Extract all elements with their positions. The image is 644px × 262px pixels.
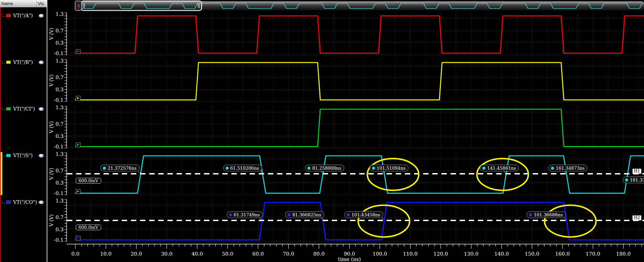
grid-vertical	[75, 13, 639, 55]
signal-name-label: VT("/A")	[13, 13, 33, 18]
y-tick-label: -0.1	[50, 50, 64, 56]
marker-tooltip[interactable]: 141.45861ns	[480, 165, 519, 171]
signal-sidebar: Name Vis VT("/A")VT("/B")VT("/CI")VT("/S…	[0, 0, 47, 262]
grid-horizontal	[67, 66, 644, 101]
scrollbar-track[interactable]	[75, 1, 644, 10]
visibility-eye-icon[interactable]	[39, 154, 44, 158]
co-marker-dot	[229, 213, 232, 216]
sidebar-item-a[interactable]: VT("/A")	[1, 13, 46, 19]
y-tick-label: 0.3	[50, 180, 64, 186]
signal-color-swatch	[6, 154, 11, 157]
x-tick-label: 150.0	[523, 251, 542, 257]
y-tick-label: 1.3	[50, 151, 64, 157]
vis-column-header: Vis	[38, 1, 44, 6]
marker-tooltip[interactable]: 161.36688ns	[527, 211, 566, 218]
visibility-eye-icon[interactable]	[39, 107, 44, 111]
marker-time-label: 21.372576ns	[108, 166, 136, 171]
marker-tooltip[interactable]: 101.43458ns	[344, 211, 383, 218]
x-tick-label: 140.0	[492, 251, 511, 257]
y-tick-label: -0.1	[50, 97, 64, 103]
ruler-handle-H1[interactable]: H1	[632, 169, 641, 174]
tree-elbow-icon	[2, 14, 5, 17]
x-tick-label: 70.0	[279, 251, 298, 257]
trace-B	[75, 63, 644, 100]
x-tick-label: 100.0	[370, 251, 389, 257]
s-marker-dot	[226, 167, 229, 170]
y-tick-label: -0.1	[50, 237, 64, 243]
marker-tooltip[interactable]: 61.510206ns	[223, 165, 262, 171]
y-axis-ticks	[65, 153, 67, 195]
ruler-handle-H2[interactable]: H2	[632, 215, 641, 220]
sidebar-item-ci[interactable]: VT("/CI")	[1, 106, 46, 112]
x-tick-label: 130.0	[462, 251, 481, 257]
signal-color-swatch	[6, 107, 11, 111]
y-tick-label: 1.3	[50, 198, 64, 204]
x-axis-title: time (ns)	[332, 256, 366, 262]
y-axis-ticks	[65, 59, 67, 101]
marker-tooltip[interactable]: 161.34873ns	[549, 165, 588, 171]
signal-color-swatch	[6, 14, 11, 17]
grid-horizontal	[67, 19, 644, 55]
signal-color-swatch	[6, 61, 11, 64]
signal-name-label: VT("/CI")	[13, 106, 35, 112]
marker-tail	[382, 218, 384, 220]
ruler-level-label: 600.0mV	[76, 224, 101, 230]
x-tick-label: 80.0	[309, 251, 328, 257]
y-axis-title: V (V)	[49, 214, 54, 227]
sidebar-item-co[interactable]: VT("/CO")	[1, 199, 46, 205]
s-marker-dot	[482, 167, 485, 170]
visibility-eye-icon[interactable]	[39, 14, 44, 18]
marker-time-label: 81.366825ns	[292, 212, 321, 217]
s-marker-dot	[625, 178, 628, 182]
y-axis-ticks	[65, 199, 67, 241]
visibility-eye-icon[interactable]	[39, 200, 44, 204]
marker-time-label: 141.45861ns	[487, 166, 516, 171]
x-axis-ticks	[75, 244, 642, 249]
grid-vertical	[75, 106, 639, 148]
sidebar-plot-separator[interactable]	[47, 0, 47, 262]
x-tick-label: 120.0	[431, 251, 450, 257]
y-axis-title: V (V)	[49, 28, 54, 40]
x-tick-label: 20.0	[127, 251, 146, 257]
tree-elbow-icon	[2, 153, 5, 157]
marker-time-label: 61.510206ns	[230, 166, 259, 171]
trace-A	[75, 16, 644, 53]
marker-tooltip[interactable]: 61.31749ns	[227, 211, 263, 218]
co-marker-dot	[529, 213, 532, 216]
x-tick-label: 30.0	[157, 251, 176, 257]
marker-tooltip[interactable]: 101.51094ns	[370, 165, 409, 171]
marker-tooltip[interactable]: 81.258008ns	[305, 165, 344, 171]
x-tick-label: 50.0	[218, 251, 237, 257]
grid-horizontal	[67, 206, 644, 241]
x-tick-label: 60.0	[249, 251, 268, 257]
signal-color-swatch	[6, 200, 11, 204]
y-tick-label: 1.3	[50, 58, 64, 64]
y-tick-label: 1.3	[50, 104, 64, 111]
marker-tooltip[interactable]: 81.366825ns	[285, 211, 324, 218]
ruler-level-label: 600.0mV	[76, 178, 101, 184]
marker-time-label: 161.34873ns	[556, 166, 584, 171]
sidebar-item-b[interactable]: VT("/B")	[1, 59, 46, 65]
x-tick-label: 180.0	[614, 251, 633, 257]
sidebar-item-s[interactable]: VT("/S")	[1, 152, 46, 159]
tree-elbow-icon	[2, 107, 5, 110]
plot-graphics-svg	[0, 0, 644, 262]
signal-name-label: VT("/CO")	[13, 199, 37, 205]
trace-S	[75, 156, 644, 193]
marker-time-label: 181.371	[630, 177, 644, 183]
x-tick-label: 10.0	[96, 251, 115, 257]
tree-elbow-icon	[2, 60, 5, 63]
x-tick-label: 160.0	[553, 251, 572, 257]
y-tick-label: -0.1	[50, 144, 64, 150]
grid-horizontal	[67, 159, 644, 195]
signal-name-label: VT("/S")	[13, 153, 33, 158]
marker-tail	[138, 171, 140, 173]
y-tick-label: 0.3	[50, 40, 64, 46]
co-marker-dot	[347, 213, 350, 216]
marker-tooltip[interactable]: 21.372576ns	[100, 165, 139, 171]
s-marker-dot	[372, 167, 375, 170]
marker-tooltip[interactable]: 181.371	[623, 176, 644, 183]
visibility-eye-icon[interactable]	[39, 61, 44, 64]
y-tick-label: 0.3	[50, 133, 64, 139]
marker-time-label: 101.43458ns	[351, 212, 380, 217]
